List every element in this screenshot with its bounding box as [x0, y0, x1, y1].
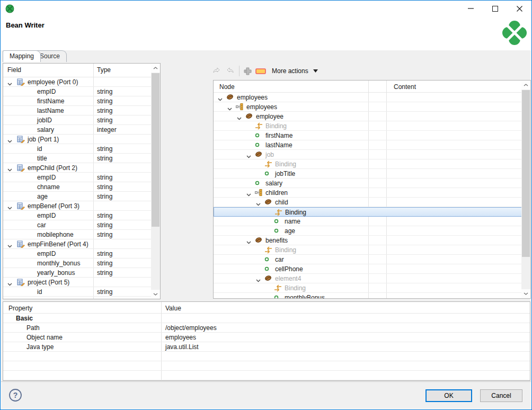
chevron-down-icon[interactable] [7, 280, 12, 288]
field-row[interactable]: empIDstring [3, 87, 151, 96]
chevron-down-icon[interactable] [256, 200, 261, 208]
chevron-down-icon[interactable] [7, 137, 12, 145]
field-row[interactable]: titlestring [3, 154, 151, 163]
tree-scrollbar[interactable] [521, 81, 530, 298]
tree-row[interactable]: benefits [214, 236, 522, 245]
tab-mapping[interactable]: Mapping [3, 50, 41, 62]
redo-icon[interactable] [225, 67, 234, 75]
chevron-down-icon[interactable] [7, 204, 12, 211]
field-row[interactable]: idstring [3, 287, 151, 297]
chevron-down-icon[interactable] [7, 166, 12, 173]
scroll-up-icon[interactable] [521, 81, 530, 90]
tree-row[interactable]: car [214, 255, 522, 264]
field-row[interactable]: firstNamestring [3, 96, 151, 106]
property-row[interactable]: Java typejava.util.List [3, 342, 530, 352]
field-row[interactable]: monthly_bonusstring [3, 259, 151, 268]
chevron-down-icon[interactable] [237, 114, 242, 122]
cancel-button[interactable]: Cancel [480, 389, 522, 402]
undo-icon[interactable] [212, 67, 221, 75]
property-row[interactable] [3, 352, 530, 361]
tree-row[interactable]: Binding [214, 245, 522, 255]
field-group-row[interactable]: job (Port 1) [3, 135, 151, 144]
field-row[interactable]: idstring [3, 144, 151, 154]
column-header-property[interactable]: Property [8, 305, 32, 312]
field-row[interactable]: empIDstring [3, 249, 151, 259]
field-row[interactable]: empIDstring [3, 173, 151, 182]
scroll-thumb[interactable] [522, 90, 530, 257]
scroll-down-icon[interactable] [521, 289, 530, 298]
help-icon[interactable]: ? [8, 388, 22, 402]
field-dot-icon [255, 141, 260, 149]
chevron-down-icon[interactable] [246, 238, 251, 246]
field-row[interactable]: mobilephonestring [3, 230, 151, 239]
property-row[interactable] [3, 371, 530, 380]
property-row[interactable]: Object nameemployees [3, 333, 530, 342]
chevron-down-icon[interactable] [256, 277, 261, 284]
window-controls [458, 1, 531, 16]
column-header-field[interactable]: Field [7, 66, 21, 74]
tree-row[interactable]: cellPhone [214, 264, 522, 274]
tree-row[interactable]: employee [214, 112, 522, 121]
tree-row[interactable]: element4 [214, 274, 522, 283]
fields-scrollbar[interactable] [151, 64, 160, 299]
tree-row[interactable]: children [214, 188, 522, 198]
chevron-down-icon[interactable] [227, 105, 232, 112]
tree-row[interactable]: employees [214, 102, 522, 112]
property-row[interactable]: Path/object/employees [3, 323, 530, 333]
property-row[interactable] [3, 361, 530, 371]
tree-row[interactable]: Binding [214, 283, 522, 293]
field-row[interactable]: chnamestring [3, 182, 151, 192]
tree-row[interactable]: lastName [214, 140, 522, 150]
tree-row[interactable]: jobTitle [214, 169, 522, 179]
field-row[interactable]: lastNamestring [3, 106, 151, 115]
column-header-type[interactable]: Type [97, 66, 111, 74]
field-row[interactable]: agestring [3, 192, 151, 201]
close-button[interactable] [507, 1, 531, 16]
field-group-row[interactable]: project (Port 5) [3, 278, 151, 287]
add-icon[interactable] [244, 67, 252, 75]
minimize-button[interactable] [458, 1, 483, 16]
field-name: lastName [37, 107, 64, 114]
column-header-value[interactable]: Value [165, 305, 181, 312]
tree-row[interactable]: child [214, 198, 522, 207]
scroll-down-icon[interactable] [151, 290, 160, 299]
scroll-up-icon[interactable] [151, 64, 160, 73]
field-row[interactable]: namestring [3, 297, 151, 299]
field-group-row[interactable]: employee (Port 0) [3, 77, 151, 87]
more-actions-label: More actions [272, 67, 308, 75]
remove-icon[interactable] [255, 68, 266, 74]
field-dot-icon [274, 227, 279, 235]
chevron-down-icon[interactable] [7, 242, 12, 249]
field-row[interactable]: yearly_bonusstring [3, 268, 151, 278]
tree-row[interactable]: monthlyBonus [214, 293, 522, 299]
chevron-down-icon[interactable] [246, 191, 251, 198]
tree-row[interactable]: salary [214, 179, 522, 188]
tree-rows: employeesemployeesemployeeBindingfirstNa… [214, 93, 522, 299]
tree-row[interactable]: employees [214, 93, 522, 102]
field-name: empID [37, 174, 56, 181]
chevron-down-icon[interactable] [7, 80, 12, 87]
column-header-content[interactable]: Content [394, 83, 416, 91]
scroll-thumb[interactable] [152, 73, 159, 227]
tree-row[interactable]: name [214, 217, 522, 226]
field-group-row[interactable]: empBenef (Port 3) [3, 201, 151, 211]
tree-row[interactable]: age [214, 226, 522, 236]
chevron-down-icon[interactable] [218, 95, 223, 103]
property-group-row[interactable]: Basic [3, 314, 530, 323]
more-actions-button[interactable]: More actions [270, 66, 320, 76]
field-row[interactable]: empIDstring [3, 211, 151, 220]
field-row[interactable]: jobIDstring [3, 115, 151, 125]
maximize-button[interactable] [483, 1, 507, 16]
field-group-row[interactable]: empFinBenef (Port 4) [3, 239, 151, 249]
field-row[interactable]: salaryinteger [3, 125, 151, 135]
tree-row[interactable]: firstName [214, 131, 522, 140]
chevron-down-icon[interactable] [246, 153, 251, 160]
tree-row[interactable]: job [214, 150, 522, 159]
tree-row[interactable]: Binding [214, 121, 522, 131]
field-group-row[interactable]: empChild (Port 2) [3, 163, 151, 173]
column-header-node[interactable]: Node [219, 83, 235, 91]
tree-row[interactable]: Binding [214, 159, 522, 169]
ok-button[interactable]: OK [425, 389, 472, 402]
tree-row[interactable]: Binding [214, 207, 522, 217]
field-row[interactable]: carstring [3, 220, 151, 230]
